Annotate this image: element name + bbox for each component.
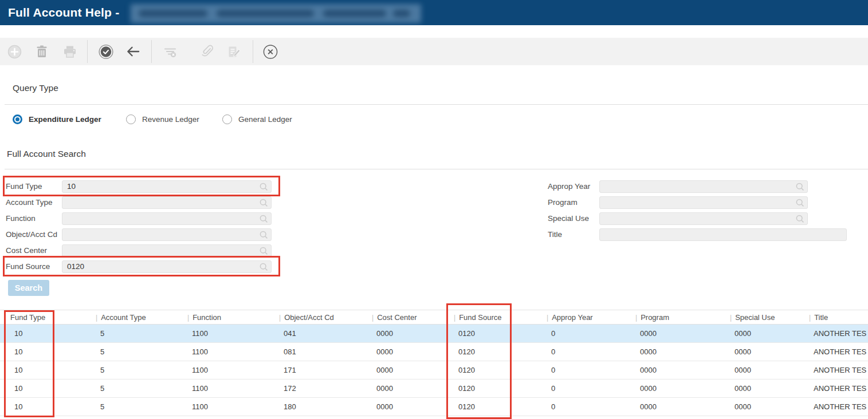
delete-icon[interactable] xyxy=(34,44,49,59)
add-circle-icon[interactable] xyxy=(7,44,22,59)
lookup-search-icon[interactable] xyxy=(795,198,805,208)
cell-program: 0000 xyxy=(633,366,728,374)
column-header-fund-source[interactable]: |Fund Source xyxy=(451,313,544,322)
divider xyxy=(5,104,868,105)
attachment-icon[interactable] xyxy=(200,44,215,59)
function-field-row: Function xyxy=(6,212,272,225)
function-label: Function xyxy=(6,214,62,223)
cell-special-use: 0000 xyxy=(728,347,807,356)
radio-button-icon[interactable] xyxy=(222,114,232,124)
column-header-approp-year[interactable]: |Approp Year xyxy=(544,313,633,322)
results-table: Fund Type |Account Type |Function |Objec… xyxy=(0,310,868,416)
lookup-search-icon[interactable] xyxy=(259,230,269,240)
function-input[interactable] xyxy=(62,212,272,225)
radio-general-ledger[interactable]: General Ledger xyxy=(222,114,292,124)
table-row[interactable]: 10 5 1100 172 0000 0120 0 0000 0000 ANOT… xyxy=(0,380,868,398)
object-acct-cd-input[interactable] xyxy=(62,228,272,241)
fund-type-input[interactable] xyxy=(62,180,272,193)
print-icon[interactable] xyxy=(62,44,77,59)
column-header-account-type[interactable]: |Account Type xyxy=(93,313,185,322)
cell-fund-source: 0120 xyxy=(451,384,544,393)
toolbar-separator xyxy=(87,40,88,63)
program-input[interactable] xyxy=(599,196,808,209)
cost-center-input[interactable] xyxy=(62,244,272,257)
cell-cost-center: 0000 xyxy=(370,329,451,338)
cell-cost-center: 0000 xyxy=(370,402,451,411)
fund-source-label: Fund Source xyxy=(6,262,62,271)
radio-label: Revenue Ledger xyxy=(142,115,199,124)
cell-account-type: 5 xyxy=(93,384,185,393)
table-row[interactable]: 10 5 1100 171 0000 0120 0 0000 0000 ANOT… xyxy=(0,361,868,380)
table-row[interactable]: 10 5 1100 180 0000 0120 0 0000 0000 ANOT… xyxy=(0,398,868,416)
lookup-search-icon[interactable] xyxy=(259,246,269,256)
edit-notes-icon[interactable] xyxy=(226,44,241,59)
query-type-heading: Query Type xyxy=(13,83,58,93)
radio-button-icon[interactable] xyxy=(126,114,136,124)
cell-object-acct-cd: 081 xyxy=(277,347,370,356)
cell-account-type: 5 xyxy=(93,402,185,411)
cell-special-use: 0000 xyxy=(728,366,807,374)
cell-cost-center: 0000 xyxy=(370,347,451,356)
cell-function: 1100 xyxy=(185,366,277,374)
object-acct-cd-label: Object/Acct Cd xyxy=(6,230,62,239)
redacted-title-text xyxy=(131,4,421,23)
toolbar xyxy=(0,38,868,65)
title-bar: Full Account Help - xyxy=(0,0,868,25)
cell-special-use: 0000 xyxy=(728,402,807,411)
cell-approp-year: 0 xyxy=(544,402,633,411)
divider xyxy=(5,169,868,169)
account-type-label: Account Type xyxy=(6,198,62,207)
approp-year-input[interactable] xyxy=(599,180,808,193)
column-header-program[interactable]: |Program xyxy=(633,313,728,322)
cell-function: 1100 xyxy=(185,402,277,411)
cell-object-acct-cd: 041 xyxy=(277,329,370,338)
radio-expenditure-ledger[interactable]: Expenditure Ledger xyxy=(13,114,101,124)
column-header-special-use[interactable]: |Special Use xyxy=(728,313,807,322)
cell-special-use: 0000 xyxy=(728,329,807,338)
close-icon[interactable] xyxy=(263,44,278,59)
back-arrow-icon[interactable] xyxy=(125,44,140,59)
special-use-input[interactable] xyxy=(599,212,808,225)
lookup-search-icon[interactable] xyxy=(259,214,269,224)
cell-program: 0000 xyxy=(633,384,728,393)
program-label: Program xyxy=(548,198,599,207)
fund-source-input[interactable] xyxy=(62,260,272,273)
lookup-search-icon[interactable] xyxy=(795,182,805,192)
cell-program: 0000 xyxy=(633,402,728,411)
column-header-object-acct-cd[interactable]: |Object/Acct Cd xyxy=(277,313,370,322)
radio-revenue-ledger[interactable]: Revenue Ledger xyxy=(126,114,199,124)
cell-fund-type: 10 xyxy=(0,347,93,356)
cell-account-type: 5 xyxy=(93,329,185,338)
program-field-row: Program xyxy=(548,196,808,209)
lookup-search-icon[interactable] xyxy=(795,214,805,224)
account-type-input[interactable] xyxy=(62,196,272,209)
clear-filter-icon[interactable] xyxy=(163,44,178,59)
table-row[interactable]: 10 5 1100 081 0000 0120 0 0000 0000 ANOT… xyxy=(0,343,868,361)
special-use-field-row: Special Use xyxy=(548,212,808,225)
approp-year-label: Approp Year xyxy=(548,182,599,191)
cell-cost-center: 0000 xyxy=(370,384,451,393)
search-button[interactable]: Search xyxy=(8,280,49,296)
lookup-search-icon[interactable] xyxy=(259,182,269,192)
column-header-function[interactable]: |Function xyxy=(185,313,277,322)
radio-label: General Ledger xyxy=(238,115,292,124)
column-header-title[interactable]: |Title xyxy=(807,313,868,322)
cell-approp-year: 0 xyxy=(544,366,633,374)
confirm-icon[interactable] xyxy=(99,44,113,59)
lookup-search-icon[interactable] xyxy=(259,198,269,208)
cell-program: 0000 xyxy=(633,329,728,338)
cell-fund-source: 0120 xyxy=(451,366,544,374)
radio-button-icon[interactable] xyxy=(13,114,22,124)
title-input[interactable] xyxy=(599,228,847,241)
account-type-field-row: Account Type xyxy=(6,196,272,209)
cell-title: ANOTHER TES xyxy=(807,402,868,411)
cell-function: 1100 xyxy=(185,347,277,356)
column-header-cost-center[interactable]: |Cost Center xyxy=(370,313,451,322)
lookup-search-icon[interactable] xyxy=(259,262,269,272)
cell-function: 1100 xyxy=(185,329,277,338)
toolbar-separator xyxy=(151,40,152,63)
cell-title: ANOTHER TES xyxy=(807,347,868,356)
cell-title: ANOTHER TES xyxy=(807,366,868,374)
table-row[interactable]: 10 5 1100 041 0000 0120 0 0000 0000 ANOT… xyxy=(0,325,868,343)
column-header-fund-type[interactable]: Fund Type xyxy=(0,313,93,322)
